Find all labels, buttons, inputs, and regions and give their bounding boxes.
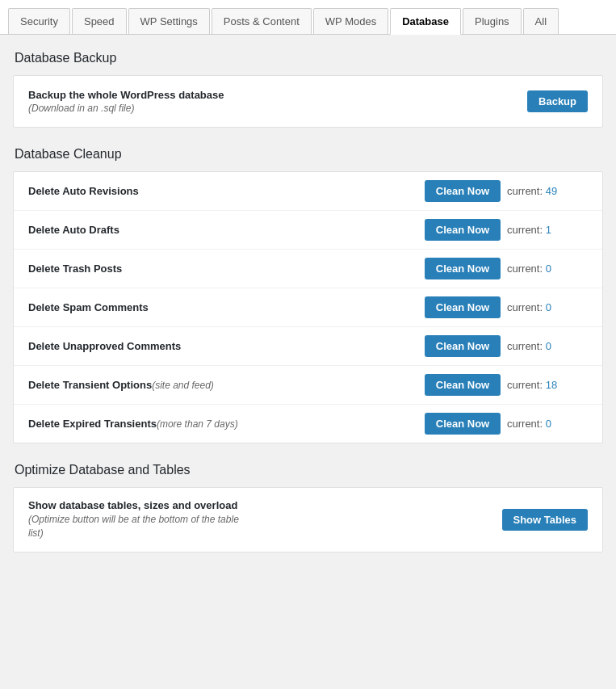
show-tables-label: Show database tables, sizes and overload… [28,499,254,540]
backup-row: Backup the whole WordPress database (Dow… [14,76,602,127]
cleanup-card: Delete Auto RevisionsClean Nowcurrent: 4… [13,171,603,443]
show-tables-button[interactable]: Show Tables [502,509,589,531]
cleanup-btn-area: Clean Now [418,296,507,318]
show-tables-row: Show database tables, sizes and overload… [14,488,602,552]
backup-label-main: Backup the whole WordPress database [28,89,224,101]
tab-all[interactable]: All [523,8,559,34]
cleanup-label-main: Delete Expired Transients [28,418,157,430]
cleanup-label-main: Delete Unapproved Comments [28,340,181,352]
cleanup-label-main: Delete Trash Posts [28,263,122,275]
tab-bar: SecuritySpeedWP SettingsPosts & ContentW… [0,0,616,35]
cleanup-btn-area: Clean Now [418,335,507,357]
cleanup-btn-area: Clean Now [418,413,507,435]
cleanup-current-value: 0 [546,418,551,430]
optimize-section: Optimize Database and Tables Show databa… [13,463,603,552]
optimize-card: Show database tables, sizes and overload… [13,487,603,552]
cleanup-label-main: Delete Transient Options [28,379,152,391]
tab-speed[interactable]: Speed [72,8,127,34]
cleanup-current-value: 1 [546,224,551,236]
cleanup-label: Delete Expired Transients(more than 7 da… [28,418,418,430]
backup-card: Backup the whole WordPress database (Dow… [13,75,603,128]
cleanup-current-value: 0 [546,340,551,352]
cleanup-label: Delete Transient Options(site and feed) [28,379,418,391]
cleanup-current-value: 0 [546,301,551,313]
backup-section-title: Database Backup [13,51,603,65]
cleanup-btn-area: Clean Now [418,374,507,396]
clean-now-button[interactable]: Clean Now [425,335,501,357]
tab-database[interactable]: Database [390,8,461,35]
cleanup-current: current: 1 [507,224,588,236]
cleanup-label: Delete Spam Comments [28,301,418,313]
cleanup-row: Delete Spam CommentsClean Nowcurrent: 0 [14,288,602,327]
tab-wp-settings[interactable]: WP Settings [128,8,210,34]
cleanup-section: Database Cleanup Delete Auto RevisionsCl… [13,147,603,443]
optimize-section-title: Optimize Database and Tables [13,463,603,477]
backup-section: Database Backup Backup the whole WordPre… [13,51,603,128]
cleanup-btn-area: Clean Now [418,219,507,241]
cleanup-label: Delete Unapproved Comments [28,340,418,352]
cleanup-current-value: 18 [546,379,557,391]
cleanup-label-main: Delete Spam Comments [28,301,149,313]
page-container: SecuritySpeedWP SettingsPosts & ContentW… [0,0,616,689]
backup-label-sub: (Download in an .sql file) [28,103,224,114]
clean-now-button[interactable]: Clean Now [425,413,501,435]
cleanup-btn-area: Clean Now [418,180,507,202]
clean-now-button[interactable]: Clean Now [425,374,501,396]
cleanup-label-sub: (site and feed) [152,380,214,391]
backup-label: Backup the whole WordPress database (Dow… [28,89,224,114]
tab-posts---content[interactable]: Posts & Content [212,8,312,34]
main-content: Database Backup Backup the whole WordPre… [0,35,616,588]
cleanup-label-main: Delete Auto Revisions [28,185,139,197]
cleanup-current-value: 0 [546,263,551,275]
cleanup-label: Delete Auto Revisions [28,185,418,197]
clean-now-button[interactable]: Clean Now [425,296,501,318]
cleanup-row: Delete Auto DraftsClean Nowcurrent: 1 [14,211,602,250]
cleanup-label: Delete Auto Drafts [28,224,418,236]
backup-button[interactable]: Backup [527,90,588,112]
cleanup-btn-area: Clean Now [418,258,507,279]
cleanup-row: Delete Unapproved CommentsClean Nowcurre… [14,327,602,366]
clean-now-button[interactable]: Clean Now [425,219,501,241]
cleanup-row: Delete Trash PostsClean Nowcurrent: 0 [14,250,602,288]
cleanup-label: Delete Trash Posts [28,263,418,275]
cleanup-row: Delete Expired Transients(more than 7 da… [14,405,602,443]
cleanup-current: current: 0 [507,301,588,313]
tab-wp-modes[interactable]: WP Modes [313,8,388,34]
cleanup-label-sub: (more than 7 days) [157,418,238,430]
clean-now-button[interactable]: Clean Now [425,180,501,202]
show-tables-label-main: Show database tables, sizes and overload [28,499,254,511]
show-tables-label-sub: (Optimize button will be at the bottom o… [28,513,254,540]
cleanup-current: current: 18 [507,379,588,391]
cleanup-current: current: 0 [507,340,588,352]
cleanup-current: current: 0 [507,263,588,275]
tab-plugins[interactable]: Plugins [463,8,522,34]
cleanup-current: current: 49 [507,185,588,197]
cleanup-section-title: Database Cleanup [13,147,603,162]
tab-security[interactable]: Security [8,8,70,34]
cleanup-current-value: 49 [546,185,557,197]
clean-now-button[interactable]: Clean Now [425,258,501,279]
cleanup-row: Delete Auto RevisionsClean Nowcurrent: 4… [14,172,602,211]
cleanup-label-main: Delete Auto Drafts [28,224,119,236]
cleanup-current: current: 0 [507,418,588,430]
cleanup-row: Delete Transient Options(site and feed)C… [14,366,602,405]
